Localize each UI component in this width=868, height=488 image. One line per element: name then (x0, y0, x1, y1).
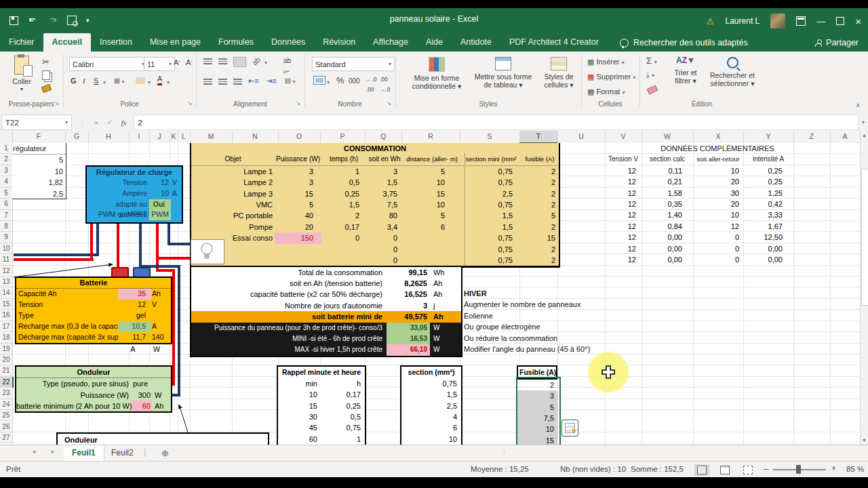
zoom-level[interactable]: 85 % (846, 465, 864, 473)
cell[interactable]: 10 (12, 166, 66, 177)
cell[interactable]: 1,82 (12, 177, 66, 188)
column-header-V[interactable]: V (605, 131, 642, 142)
table-row[interactable]: Essai conso 150 0 0 0,75 15 (191, 232, 559, 243)
cell[interactable]: 1,58 (642, 188, 693, 199)
accounting-format-icon[interactable] (313, 76, 326, 85)
table-row[interactable]: Pompe 20 0,17 3,4 6 1,5 2 (191, 222, 559, 232)
column-header-X[interactable]: X (693, 131, 744, 142)
table-row[interactable]: Décharge max (capacité 3x sup au cou 11,… (16, 332, 171, 343)
row-header-19[interactable]: 19 (0, 344, 13, 354)
format-cells-button[interactable]: ▦ Format ▾ (587, 87, 625, 98)
cell[interactable]: 12 (605, 209, 642, 220)
totals-table[interactable]: Total de la consommation 99,15 Wh soit e… (190, 266, 462, 357)
column-header-R[interactable]: R (401, 131, 460, 142)
row-header-26[interactable]: 26 (0, 422, 13, 432)
table-row[interactable]: Ampère 10 A (87, 188, 182, 199)
row-header-9[interactable]: 9 (0, 232, 13, 243)
cell[interactable]: 12 (605, 254, 642, 265)
table-row[interactable]: Type (pseudo, pure sinus) pure (16, 378, 171, 389)
copy-icon[interactable] (42, 70, 50, 80)
number-format-combo[interactable]: Standard▾ (312, 57, 395, 71)
cell[interactable]: 0,75 (461, 199, 521, 210)
column-header-F[interactable]: F (12, 131, 66, 142)
cell[interactable]: h (320, 378, 363, 389)
fill-color-icon[interactable] (136, 77, 145, 84)
cell[interactable]: 8,2625 (387, 278, 430, 289)
cell[interactable]: 3,75 (366, 188, 403, 199)
table-row[interactable]: Tension 12 V (87, 178, 182, 188)
column-header-J[interactable]: J (149, 131, 170, 142)
cell[interactable] (275, 255, 321, 266)
cell[interactable]: 0 (321, 232, 366, 243)
table-row[interactable]: Lampe 3 15 0,25 3,75 15 2,5 2 (191, 188, 559, 199)
sheet-nav-next-icon[interactable]: ► (50, 449, 56, 455)
paste-button[interactable]: Coller▾ (7, 56, 37, 94)
enter-formula-icon[interactable]: ✓ (106, 118, 113, 127)
table-row[interactable]: Total de la consommation 99,15 Wh (191, 267, 461, 278)
cell-styles-button[interactable]: Styles decellules ▾ (538, 57, 579, 89)
autosum-icon[interactable]: Σ ▾ (646, 56, 657, 67)
formula-input[interactable]: 2 (134, 115, 859, 130)
column-header-I[interactable]: I (129, 131, 150, 142)
cell[interactable]: Lampe 3 (191, 188, 275, 199)
increase-decimal-icon[interactable]: ←.0.00 (366, 75, 377, 95)
column-header-H[interactable]: H (88, 131, 130, 142)
formula-bar-expand-icon[interactable]: ▾ (859, 119, 868, 125)
cell[interactable]: 16,525 (387, 289, 430, 300)
zoom-out-icon[interactable]: – (764, 464, 768, 474)
cell[interactable]: Lampe 2 (191, 177, 275, 188)
cell[interactable]: régulateur (12, 143, 66, 155)
fill-color-dropdown-icon[interactable]: ▾ (148, 77, 151, 87)
column-header-A[interactable]: A (830, 131, 861, 142)
cell[interactable]: Lampe 1 (191, 166, 275, 177)
cell[interactable]: PC portable (191, 210, 275, 221)
insert-cells-button[interactable]: ▦ Insérer ▾ (587, 57, 625, 68)
table-row[interactable]: capacité batterie (x2 car 50% décharge) … (191, 289, 461, 300)
table-row[interactable]: 15 0,25 (278, 401, 365, 411)
table-row[interactable]: Capacité Ah 35 Ah (16, 289, 171, 300)
cell[interactable]: 0 (366, 244, 403, 255)
cell[interactable]: 6 (401, 422, 461, 433)
align-bottom-icon[interactable] (233, 57, 246, 67)
inverter-box[interactable]: Onduleur Type (pseudo, pure sinus) pure … (15, 365, 172, 413)
cell[interactable]: 99,15 (387, 267, 430, 278)
share-button[interactable]: Partager (815, 38, 859, 47)
cell[interactable]: gel (118, 310, 152, 321)
cell[interactable]: 0,21 (642, 176, 693, 187)
cell[interactable]: 15 (278, 401, 320, 411)
number-dialog-launcher-icon[interactable]: ↘ (387, 100, 392, 106)
cell[interactable] (321, 255, 366, 266)
view-page-break-button[interactable] (741, 464, 755, 476)
table-row[interactable]: 12 0,00 0 0,00 (605, 243, 793, 254)
cell[interactable]: 2 (521, 188, 559, 199)
cell[interactable]: 15 (403, 188, 461, 199)
cell[interactable]: 0,75 (320, 422, 363, 433)
cell[interactable]: 0,75 (461, 232, 521, 243)
insert-function-icon[interactable]: fx (121, 119, 127, 127)
align-right-icon[interactable] (233, 79, 242, 85)
table-row[interactable]: 12 0,11 10 0,25 (605, 165, 793, 176)
cell[interactable]: 10 (403, 199, 461, 210)
cell[interactable]: 12 (605, 165, 642, 176)
merge-center-icon[interactable]: ⊟ ▾ (285, 76, 295, 87)
sheet-canvas[interactable]: 1234567891011121314151617181920212223242… (0, 143, 860, 445)
grow-font-icon[interactable]: Aˆ (174, 58, 180, 68)
cell[interactable]: 0 (693, 232, 743, 243)
delete-cells-button[interactable]: ▦ Supprimer ▾ (587, 72, 635, 83)
cell[interactable]: 0 (366, 255, 403, 266)
row-header-24[interactable]: 24 (0, 399, 13, 410)
cell[interactable]: 0,5 (321, 177, 366, 188)
cell[interactable]: 0,75 (461, 166, 521, 177)
tab-splitter-handle[interactable]: ⁞ (503, 449, 506, 456)
cell[interactable]: 20 (693, 199, 743, 209)
cell[interactable]: 1,25 (743, 188, 793, 199)
cell[interactable]: 15 (517, 435, 557, 445)
row-header-23[interactable]: 23 (0, 388, 13, 399)
cell[interactable]: 0,00 (642, 232, 693, 243)
row-header-3[interactable]: 3 (0, 165, 13, 176)
cell[interactable]: min (278, 378, 320, 389)
wrap-text-icon[interactable]: abc↵ (283, 56, 291, 77)
row-header-20[interactable]: 20 (0, 354, 13, 365)
cell[interactable]: Pompe (191, 222, 275, 232)
cell[interactable]: 16,53 (387, 333, 430, 344)
